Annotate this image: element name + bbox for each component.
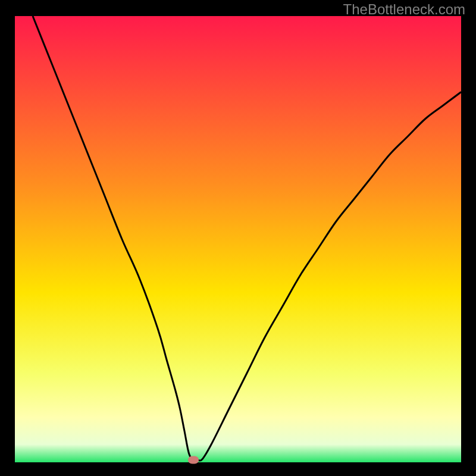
bottleneck-curve (33, 16, 461, 461)
optimum-marker (188, 456, 199, 464)
curve-svg (15, 16, 461, 462)
chart-frame: TheBottleneck.com (0, 0, 476, 476)
plot-area (15, 16, 461, 462)
attribution-label: TheBottleneck.com (343, 1, 465, 18)
